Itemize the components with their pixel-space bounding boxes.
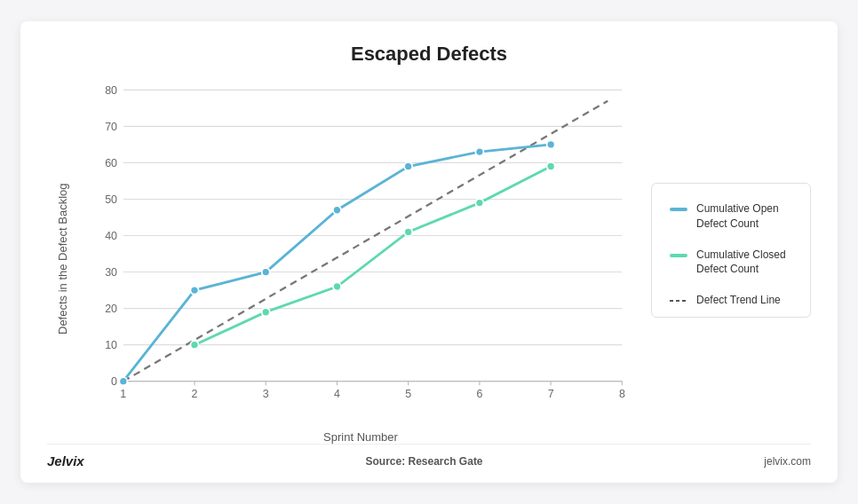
main-card: Escaped Defects Defects in the Defect Ba…	[20, 21, 838, 483]
svg-text:40: 40	[105, 230, 117, 242]
svg-text:5: 5	[405, 388, 411, 400]
svg-point-42	[191, 341, 199, 349]
legend-swatch-trend	[670, 295, 687, 307]
y-axis-label: Defects in the Defect Backlog	[47, 75, 79, 444]
svg-text:4: 4	[334, 388, 340, 400]
svg-text:2: 2	[192, 388, 198, 400]
legend-swatch-open	[670, 203, 687, 216]
chart-area: Defects in the Defect Backlog 0102030405…	[47, 75, 811, 444]
chart-svg-wrap: 0102030405060708012345678	[79, 75, 642, 427]
svg-text:6: 6	[476, 388, 482, 400]
chart-legend: Cumulative Open Defect Count Cumulative …	[651, 183, 811, 318]
legend-label-open: Cumulative Open Defect Count	[696, 201, 801, 232]
svg-text:10: 10	[105, 339, 117, 351]
chart-container: 0102030405060708012345678 Sprint Number	[79, 75, 642, 444]
svg-text:20: 20	[105, 303, 117, 315]
svg-point-45	[404, 228, 412, 236]
legend-item-trend: Defect Trend Line	[670, 293, 801, 308]
x-axis-label: Sprint Number	[79, 427, 642, 444]
legend-swatch-closed	[670, 249, 687, 262]
source-label: Source:	[365, 455, 405, 468]
svg-text:80: 80	[105, 84, 117, 97]
svg-text:30: 30	[105, 266, 117, 279]
svg-point-36	[191, 287, 199, 295]
svg-text:50: 50	[105, 193, 117, 206]
svg-text:8: 8	[619, 388, 625, 400]
svg-text:0: 0	[111, 375, 117, 388]
svg-point-44	[333, 282, 341, 290]
svg-point-40	[475, 148, 483, 156]
svg-point-39	[404, 162, 412, 170]
footer: Jelvix Source: Research Gate jelvix.com	[47, 444, 811, 469]
chart-svg: 0102030405060708012345678	[79, 75, 642, 427]
svg-point-38	[333, 206, 341, 214]
svg-point-41	[547, 140, 555, 148]
brand-logo: Jelvix	[47, 453, 84, 469]
website-url: jelvix.com	[764, 455, 811, 468]
svg-point-43	[262, 308, 270, 316]
legend-label-trend: Defect Trend Line	[696, 293, 781, 308]
svg-text:7: 7	[548, 388, 554, 400]
legend-item-open: Cumulative Open Defect Count	[670, 201, 801, 232]
source-value: Research Gate	[409, 455, 483, 468]
svg-text:1: 1	[120, 388, 126, 400]
chart-with-legend: 0102030405060708012345678 Sprint Number …	[79, 75, 811, 444]
svg-point-47	[547, 162, 555, 170]
svg-point-35	[119, 377, 127, 385]
chart-title: Escaped Defects	[47, 43, 811, 66]
legend-label-closed: Cumulative Closed Defect Count	[696, 248, 801, 278]
source-credit: Source: Research Gate	[365, 455, 482, 468]
svg-rect-49	[670, 254, 687, 257]
svg-text:60: 60	[105, 157, 117, 169]
svg-rect-48	[670, 208, 687, 211]
legend-item-closed: Cumulative Closed Defect Count	[670, 248, 801, 278]
svg-point-37	[262, 268, 270, 276]
svg-text:70: 70	[105, 121, 117, 133]
svg-text:3: 3	[263, 388, 269, 400]
svg-point-46	[475, 199, 483, 207]
